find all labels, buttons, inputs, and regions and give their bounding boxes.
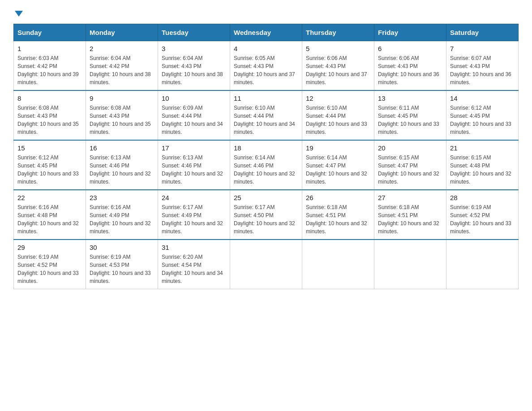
calendar-cell (230, 240, 302, 289)
day-info: Sunrise: 6:11 AMSunset: 4:45 PMDaylight:… (378, 104, 442, 136)
calendar-week-row: 29Sunrise: 6:19 AMSunset: 4:52 PMDayligh… (14, 240, 519, 289)
day-number: 4 (234, 45, 298, 52)
day-info: Sunrise: 6:08 AMSunset: 4:43 PMDaylight:… (90, 104, 154, 136)
calendar-cell: 6Sunrise: 6:06 AMSunset: 4:43 PMDaylight… (374, 41, 446, 91)
day-info: Sunrise: 6:16 AMSunset: 4:48 PMDaylight:… (17, 203, 82, 235)
calendar-cell (374, 240, 446, 289)
day-number: 18 (234, 144, 298, 152)
day-info: Sunrise: 6:03 AMSunset: 4:42 PMDaylight:… (17, 54, 82, 86)
day-info: Sunrise: 6:15 AMSunset: 4:48 PMDaylight:… (450, 154, 515, 186)
calendar-cell: 8Sunrise: 6:08 AMSunset: 4:43 PMDaylight… (14, 90, 86, 140)
calendar-cell: 14Sunrise: 6:12 AMSunset: 4:45 PMDayligh… (446, 90, 519, 140)
day-info: Sunrise: 6:05 AMSunset: 4:43 PMDaylight:… (234, 54, 298, 86)
day-number: 15 (17, 144, 82, 152)
day-number: 16 (90, 144, 154, 152)
header-tuesday: Tuesday (158, 24, 230, 41)
day-number: 21 (450, 144, 515, 152)
calendar-cell: 23Sunrise: 6:16 AMSunset: 4:49 PMDayligh… (86, 190, 158, 240)
day-info: Sunrise: 6:20 AMSunset: 4:54 PMDaylight:… (162, 253, 226, 285)
day-info: Sunrise: 6:12 AMSunset: 4:45 PMDaylight:… (17, 154, 82, 186)
day-number: 5 (306, 45, 370, 52)
day-info: Sunrise: 6:18 AMSunset: 4:51 PMDaylight:… (378, 203, 442, 235)
day-info: Sunrise: 6:14 AMSunset: 4:46 PMDaylight:… (234, 154, 298, 186)
day-number: 17 (162, 144, 226, 152)
calendar-cell: 18Sunrise: 6:14 AMSunset: 4:46 PMDayligh… (230, 140, 302, 190)
day-info: Sunrise: 6:09 AMSunset: 4:44 PMDaylight:… (162, 104, 226, 136)
day-info: Sunrise: 6:06 AMSunset: 4:43 PMDaylight:… (306, 54, 370, 86)
calendar-cell: 9Sunrise: 6:08 AMSunset: 4:43 PMDaylight… (86, 90, 158, 140)
day-number: 2 (90, 45, 154, 52)
calendar-header-row: SundayMondayTuesdayWednesdayThursdayFrid… (14, 24, 519, 41)
day-number: 10 (162, 94, 226, 102)
calendar-cell: 22Sunrise: 6:16 AMSunset: 4:48 PMDayligh… (14, 190, 86, 240)
day-number: 25 (234, 194, 298, 201)
day-info: Sunrise: 6:14 AMSunset: 4:47 PMDaylight:… (306, 154, 370, 186)
day-info: Sunrise: 6:10 AMSunset: 4:44 PMDaylight:… (306, 104, 370, 136)
header-wednesday: Wednesday (230, 24, 302, 41)
calendar-cell: 30Sunrise: 6:19 AMSunset: 4:53 PMDayligh… (86, 240, 158, 289)
day-number: 14 (450, 94, 515, 102)
calendar-cell: 21Sunrise: 6:15 AMSunset: 4:48 PMDayligh… (446, 140, 519, 190)
day-number: 6 (378, 45, 442, 52)
day-info: Sunrise: 6:12 AMSunset: 4:45 PMDaylight:… (450, 104, 515, 136)
calendar-cell: 25Sunrise: 6:17 AMSunset: 4:50 PMDayligh… (230, 190, 302, 240)
header-thursday: Thursday (302, 24, 374, 41)
day-info: Sunrise: 6:13 AMSunset: 4:46 PMDaylight:… (90, 154, 154, 186)
calendar-cell: 2Sunrise: 6:04 AMSunset: 4:42 PMDaylight… (86, 41, 158, 91)
calendar-cell (446, 240, 519, 289)
calendar-cell (302, 240, 374, 289)
day-info: Sunrise: 6:17 AMSunset: 4:49 PMDaylight:… (162, 203, 226, 235)
calendar-cell: 3Sunrise: 6:04 AMSunset: 4:43 PMDaylight… (158, 41, 230, 91)
day-info: Sunrise: 6:19 AMSunset: 4:52 PMDaylight:… (450, 203, 515, 235)
day-number: 12 (306, 94, 370, 102)
day-info: Sunrise: 6:08 AMSunset: 4:43 PMDaylight:… (17, 104, 82, 136)
day-info: Sunrise: 6:19 AMSunset: 4:52 PMDaylight:… (17, 253, 82, 285)
calendar-table: SundayMondayTuesdayWednesdayThursdayFrid… (13, 24, 519, 289)
calendar-cell: 26Sunrise: 6:18 AMSunset: 4:51 PMDayligh… (302, 190, 374, 240)
calendar-cell: 16Sunrise: 6:13 AMSunset: 4:46 PMDayligh… (86, 140, 158, 190)
day-number: 11 (234, 94, 298, 102)
day-info: Sunrise: 6:06 AMSunset: 4:43 PMDaylight:… (378, 54, 442, 86)
day-info: Sunrise: 6:19 AMSunset: 4:53 PMDaylight:… (90, 253, 154, 285)
calendar-week-row: 8Sunrise: 6:08 AMSunset: 4:43 PMDaylight… (14, 90, 519, 140)
calendar-cell: 5Sunrise: 6:06 AMSunset: 4:43 PMDaylight… (302, 41, 374, 91)
day-number: 27 (378, 194, 442, 201)
header-saturday: Saturday (446, 24, 519, 41)
day-number: 8 (17, 94, 82, 102)
day-number: 28 (450, 194, 515, 201)
day-number: 19 (306, 144, 370, 152)
day-number: 9 (90, 94, 154, 102)
day-number: 30 (90, 244, 154, 251)
calendar-cell: 4Sunrise: 6:05 AMSunset: 4:43 PMDaylight… (230, 41, 302, 91)
calendar-cell: 17Sunrise: 6:13 AMSunset: 4:46 PMDayligh… (158, 140, 230, 190)
day-info: Sunrise: 6:18 AMSunset: 4:51 PMDaylight:… (306, 203, 370, 235)
day-info: Sunrise: 6:04 AMSunset: 4:42 PMDaylight:… (90, 54, 154, 86)
day-number: 31 (162, 244, 226, 251)
calendar-cell: 11Sunrise: 6:10 AMSunset: 4:44 PMDayligh… (230, 90, 302, 140)
day-info: Sunrise: 6:17 AMSunset: 4:50 PMDaylight:… (234, 203, 298, 235)
day-number: 3 (162, 45, 226, 52)
day-info: Sunrise: 6:07 AMSunset: 4:43 PMDaylight:… (450, 54, 515, 86)
calendar-week-row: 1Sunrise: 6:03 AMSunset: 4:42 PMDaylight… (14, 41, 519, 91)
calendar-cell: 31Sunrise: 6:20 AMSunset: 4:54 PMDayligh… (158, 240, 230, 289)
day-info: Sunrise: 6:10 AMSunset: 4:44 PMDaylight:… (234, 104, 298, 136)
day-number: 13 (378, 94, 442, 102)
logo-triangle-icon (15, 11, 23, 17)
day-info: Sunrise: 6:16 AMSunset: 4:49 PMDaylight:… (90, 203, 154, 235)
day-info: Sunrise: 6:04 AMSunset: 4:43 PMDaylight:… (162, 54, 226, 86)
header-monday: Monday (86, 24, 158, 41)
calendar-week-row: 22Sunrise: 6:16 AMSunset: 4:48 PMDayligh… (14, 190, 519, 240)
logo (13, 9, 23, 15)
calendar-cell: 19Sunrise: 6:14 AMSunset: 4:47 PMDayligh… (302, 140, 374, 190)
calendar-week-row: 15Sunrise: 6:12 AMSunset: 4:45 PMDayligh… (14, 140, 519, 190)
calendar-cell: 27Sunrise: 6:18 AMSunset: 4:51 PMDayligh… (374, 190, 446, 240)
header-friday: Friday (374, 24, 446, 41)
day-number: 24 (162, 194, 226, 201)
header-sunday: Sunday (14, 24, 86, 41)
day-number: 22 (17, 194, 82, 201)
day-number: 7 (450, 45, 515, 52)
day-number: 20 (378, 144, 442, 152)
calendar-cell: 29Sunrise: 6:19 AMSunset: 4:52 PMDayligh… (14, 240, 86, 289)
calendar-cell: 15Sunrise: 6:12 AMSunset: 4:45 PMDayligh… (14, 140, 86, 190)
calendar-cell: 13Sunrise: 6:11 AMSunset: 4:45 PMDayligh… (374, 90, 446, 140)
